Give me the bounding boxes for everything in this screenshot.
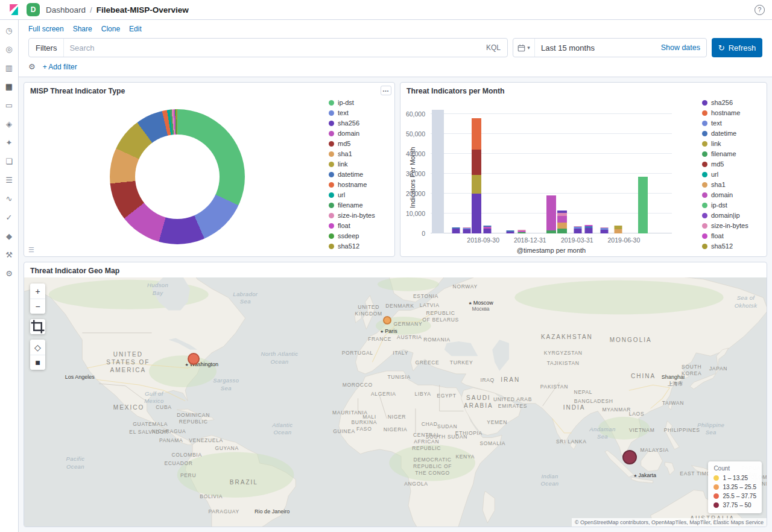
add-filter-button[interactable]: + Add filter bbox=[43, 63, 77, 71]
donut-legend-item[interactable]: float bbox=[329, 223, 375, 229]
bar-legend-item[interactable]: url bbox=[702, 171, 748, 178]
kql-toggle[interactable]: KQL bbox=[479, 43, 507, 52]
country-label: PARAGUAY bbox=[208, 509, 239, 516]
bar-legend-item[interactable]: domain|ip bbox=[702, 212, 748, 219]
bar-legend-item[interactable]: filename bbox=[702, 151, 748, 157]
time-range-value[interactable]: Last 15 months bbox=[535, 43, 655, 52]
bar-legend-item[interactable]: md5 bbox=[702, 161, 748, 168]
bar-legend-item[interactable]: float bbox=[702, 233, 748, 239]
country-label: NEPAL bbox=[574, 390, 593, 396]
sidebar-item-machine-learning[interactable]: ✦ bbox=[2, 138, 16, 148]
sidebar-item-uptime[interactable]: ✓ bbox=[2, 212, 16, 223]
legend-swatch-icon bbox=[702, 182, 707, 188]
legend-toggle-icon[interactable]: ☰ bbox=[27, 245, 36, 255]
bar[interactable] bbox=[518, 230, 526, 233]
menu-item-full-screen[interactable]: Full screen bbox=[28, 25, 64, 33]
bar[interactable] bbox=[463, 227, 471, 233]
show-dates-button[interactable]: Show dates bbox=[655, 43, 706, 52]
bar-legend-item[interactable]: link bbox=[702, 141, 748, 147]
legend-swatch-icon bbox=[702, 162, 707, 167]
help-icon[interactable]: ? bbox=[755, 5, 765, 15]
donut-legend-item[interactable]: ip-dst bbox=[329, 100, 375, 106]
donut-legend-item[interactable]: sha256 bbox=[329, 120, 375, 127]
legend-label: domain bbox=[711, 192, 733, 198]
geo-count-marker[interactable] bbox=[188, 353, 200, 365]
sidebar-item-canvas[interactable]: ▭ bbox=[2, 100, 16, 110]
donut-legend-item[interactable]: sha512 bbox=[329, 243, 375, 250]
donut-legend-item[interactable]: hostname bbox=[329, 182, 375, 188]
nav-rail: ◷◎▥▦▭◈✦❏☰∿✓◆⚒⚙ bbox=[0, 20, 19, 532]
calendar-icon[interactable]: ▾ bbox=[513, 39, 535, 57]
bar-legend-item[interactable]: sha256 bbox=[702, 100, 748, 106]
bar-legend-item[interactable]: ip-dst bbox=[702, 202, 748, 209]
breadcrumb-dashboard[interactable]: Dashboard bbox=[46, 5, 86, 14]
sidebar-item-siem[interactable]: ◆ bbox=[2, 231, 16, 241]
geo-count-marker[interactable] bbox=[383, 316, 391, 325]
kibana-logo-icon[interactable] bbox=[7, 3, 21, 16]
donut-legend-item[interactable]: domain bbox=[329, 130, 375, 137]
bar[interactable] bbox=[507, 230, 514, 233]
donut-legend-item[interactable]: ssdeep bbox=[329, 233, 375, 239]
bar-legend-item[interactable]: sha1 bbox=[702, 182, 748, 188]
bar[interactable] bbox=[574, 226, 582, 233]
country-label: CUBA bbox=[156, 404, 171, 411]
bar[interactable] bbox=[615, 226, 622, 233]
donut-chart[interactable] bbox=[110, 109, 245, 244]
donut-legend-item[interactable]: link bbox=[329, 161, 375, 168]
sidebar-item-logs[interactable]: ☰ bbox=[2, 175, 16, 185]
bar[interactable] bbox=[432, 110, 444, 233]
sidebar-item-visualize[interactable]: ▥ bbox=[2, 63, 16, 73]
bar-segment-sha256 bbox=[484, 229, 492, 233]
legend-swatch-icon bbox=[329, 172, 334, 177]
bar-legend-item[interactable]: text bbox=[702, 120, 748, 127]
country-label: BANGLADESH bbox=[574, 398, 613, 405]
sidebar-item-infrastructure[interactable]: ❏ bbox=[2, 156, 16, 166]
bar-legend-item[interactable]: hostname bbox=[702, 110, 748, 116]
sidebar-item-dashboard[interactable]: ▦ bbox=[2, 81, 16, 92]
x-axis-tick: 2018-12-31 bbox=[514, 237, 546, 244]
legend-label: domain bbox=[338, 130, 359, 137]
country-label: ALGERIA bbox=[371, 391, 396, 398]
geo-count-marker[interactable] bbox=[622, 450, 637, 464]
bar-legend-item[interactable]: datetime bbox=[702, 130, 748, 137]
donut-legend-item[interactable]: filename bbox=[329, 202, 375, 209]
bar-legend-item[interactable]: size-in-bytes bbox=[702, 223, 748, 229]
menu-item-clone[interactable]: Clone bbox=[101, 25, 120, 33]
geo-map[interactable]: NORWAYESTONIALATVIADENMARKUNITED KINGDOM… bbox=[24, 277, 767, 527]
filters-button[interactable]: Filters bbox=[29, 39, 64, 57]
bar[interactable] bbox=[472, 118, 481, 233]
sidebar-item-management[interactable]: ⚙ bbox=[2, 268, 16, 279]
bar-legend-item[interactable]: sha512 bbox=[702, 243, 748, 250]
bar[interactable] bbox=[452, 227, 460, 233]
sidebar-item-maps[interactable]: ◈ bbox=[2, 119, 16, 129]
sidebar-item-recently-viewed[interactable]: ◷ bbox=[2, 25, 16, 36]
panel-title: Threat Indicator Geo Map bbox=[24, 262, 767, 278]
sidebar-item-discover[interactable]: ◎ bbox=[2, 44, 16, 54]
bar[interactable] bbox=[585, 225, 593, 233]
space-avatar[interactable]: D bbox=[27, 3, 40, 16]
menu-item-edit[interactable]: Edit bbox=[129, 25, 142, 33]
panel-menu-icon[interactable]: ••• bbox=[381, 86, 391, 95]
donut-legend-item[interactable]: size-in-bytes bbox=[329, 212, 375, 219]
donut-legend-item[interactable]: url bbox=[329, 192, 375, 198]
donut-legend-item[interactable]: datetime bbox=[329, 171, 375, 178]
donut-legend-item[interactable]: md5 bbox=[329, 141, 375, 147]
bar[interactable] bbox=[557, 211, 567, 233]
bar[interactable] bbox=[601, 227, 609, 233]
bar-segment-sha256 bbox=[574, 229, 582, 233]
sidebar-item-apm[interactable]: ∿ bbox=[2, 194, 16, 204]
refresh-button[interactable]: ↻ Refresh bbox=[712, 38, 762, 57]
country-label: BRAZIL bbox=[230, 478, 258, 486]
legend-label: size-in-bytes bbox=[338, 212, 375, 219]
draw-bounds-tool-icon[interactable] bbox=[30, 319, 45, 334]
bar-legend-item[interactable]: domain bbox=[702, 192, 748, 198]
bar[interactable] bbox=[484, 226, 492, 233]
bar[interactable] bbox=[638, 177, 648, 233]
donut-legend-item[interactable]: sha1 bbox=[329, 151, 375, 157]
search-input[interactable] bbox=[64, 43, 479, 52]
sidebar-item-dev-tools[interactable]: ⚒ bbox=[2, 250, 16, 260]
bar[interactable] bbox=[546, 195, 556, 233]
filter-settings-gear-icon[interactable]: ⚙ bbox=[28, 62, 36, 71]
donut-legend-item[interactable]: text bbox=[329, 110, 375, 116]
menu-item-share[interactable]: Share bbox=[73, 25, 92, 33]
